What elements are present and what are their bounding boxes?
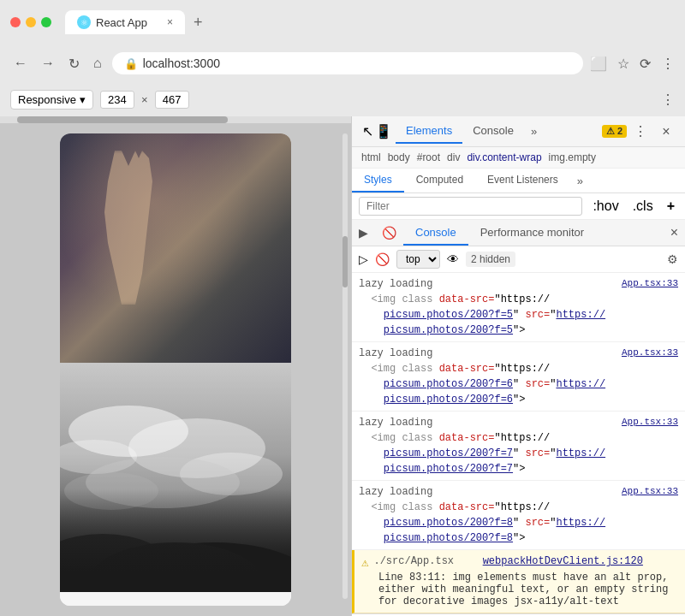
path-img-empty[interactable]: img.empty [546, 151, 599, 164]
src-url-full-4[interactable]: picsum.photos/200?f=8 [384, 532, 513, 544]
clear-icon[interactable]: 🚫 [375, 252, 390, 266]
run-icon[interactable]: ▷ [359, 252, 368, 266]
close-button[interactable] [10, 17, 21, 27]
prohibit-icon[interactable]: 🚫 [375, 221, 403, 245]
console-message-3: lazy loading <img class data-src="https:… [352, 412, 685, 481]
vertical-scrollbar[interactable] [342, 133, 348, 599]
execute-icon[interactable]: ▶ [352, 221, 375, 245]
img-close-3: " [513, 447, 525, 459]
minimize-button[interactable] [26, 17, 36, 27]
devtools-menu-icon[interactable]: ⋮ [661, 92, 675, 108]
title-bar: ⚛ React App × + [0, 0, 685, 44]
message-source-1[interactable]: App.tsx:33 [622, 276, 678, 338]
more-tabs-button[interactable]: » [524, 121, 544, 141]
img-close-2: " [513, 378, 525, 390]
active-tab[interactable]: ⚛ React App × [65, 10, 185, 34]
devtools-more-icon[interactable]: ⋮ [628, 120, 652, 144]
filter-input[interactable] [359, 197, 582, 216]
img-url-1 [359, 309, 384, 321]
path-root[interactable]: #root [414, 151, 443, 164]
src-url-2[interactable]: https:// [556, 378, 605, 390]
console-toolbar: ▷ 🚫 top 👁 2 hidden ⚙ [352, 246, 685, 273]
refresh-button[interactable]: ↻ [65, 52, 83, 75]
back-button[interactable]: ← [10, 52, 31, 74]
path-content-wrap[interactable]: div.content-wrap [464, 151, 544, 164]
settings-icon[interactable]: ⚙ [667, 252, 678, 266]
width-input[interactable] [100, 91, 134, 109]
img-url-link-2[interactable]: picsum.photos/200?f=6 [384, 378, 513, 390]
cursor-icon[interactable]: ↖ [362, 123, 373, 139]
address-field[interactable]: 🔒 localhost:3000 [112, 52, 583, 74]
context-select[interactable]: top [396, 250, 440, 269]
src-url-3[interactable]: https:// [556, 447, 605, 459]
tab-console[interactable]: Console [462, 119, 524, 144]
img-url-link-3[interactable]: picsum.photos/200?f=7 [384, 447, 513, 459]
message-content-3: lazy loading <img class data-src="https:… [359, 415, 615, 477]
add-style-button[interactable]: + [664, 197, 678, 216]
src-close-2: "> [513, 394, 525, 406]
more-icon[interactable]: ⋮ [661, 56, 675, 72]
devtools-close-icon[interactable]: × [654, 120, 678, 144]
src-attr-3: src= [525, 447, 550, 459]
path-body[interactable]: body [385, 151, 413, 164]
src-url-1[interactable]: https:// [556, 309, 605, 321]
cast-icon[interactable]: ⬜ [590, 56, 607, 72]
main-area: ↖ 📱 Elements Console » ⚠ 2 ⋮ × html body… [0, 116, 685, 616]
tab-event-listeners[interactable]: Event Listeners [475, 169, 570, 192]
responsive-dropdown[interactable]: Responsive ▾ [10, 90, 93, 110]
device-bottom-bar [60, 592, 291, 606]
tab-styles[interactable]: Styles [352, 169, 404, 192]
warning-header: ⚠ ./src/App.tsx webpackHotDevClient.js:1… [361, 555, 678, 570]
warning-source-link[interactable]: webpackHotDevClient.js:120 [483, 555, 643, 567]
preview-pane [0, 116, 351, 616]
hidden-count-badge[interactable]: 2 hidden [466, 252, 515, 267]
height-input[interactable] [155, 91, 189, 109]
console-messages: lazy loading <img class data-src="https:… [352, 273, 685, 616]
star-icon[interactable]: ☆ [617, 56, 629, 72]
hov-filter[interactable]: :hov [589, 197, 622, 216]
message-source-3[interactable]: App.tsx:33 [622, 415, 678, 477]
sub-tabs: Styles Computed Event Listeners » [352, 169, 685, 193]
device-icon[interactable]: 📱 [375, 123, 392, 139]
src-url-full-3[interactable]: picsum.photos/200?f=7 [384, 463, 513, 475]
account-icon[interactable]: ⟳ [640, 56, 651, 72]
console-close-icon[interactable]: × [664, 220, 685, 246]
img-url-link-4[interactable]: picsum.photos/200?f=8 [384, 517, 513, 529]
img-src-text-1: "https:// [494, 293, 550, 305]
tab-computed[interactable]: Computed [404, 169, 475, 192]
img-src-text-4: "https:// [494, 501, 550, 513]
vertical-scrollbar-thumb[interactable] [342, 236, 348, 287]
path-div[interactable]: div [444, 151, 462, 164]
src-url-4[interactable]: https:// [556, 517, 605, 529]
scrollbar-thumb[interactable] [17, 116, 228, 123]
console-message-2: lazy loading <img class data-src="https:… [352, 342, 685, 412]
maximize-button[interactable] [41, 17, 51, 27]
address-bar: ← → ↻ ⌂ 🔒 localhost:3000 ⬜ ☆ ⟳ ⋮ [0, 44, 685, 82]
image-1 [60, 133, 291, 363]
console-message-1: lazy loading <img class data-src="https:… [352, 273, 685, 342]
chevron-down-icon: ▾ [80, 93, 86, 106]
eye-icon[interactable]: 👁 [447, 252, 459, 266]
forward-button[interactable]: → [38, 52, 58, 74]
horizontal-scrollbar[interactable] [0, 116, 351, 123]
tab-elements[interactable]: Elements [396, 119, 462, 144]
tab-close-button[interactable]: × [167, 16, 173, 28]
cls-filter[interactable]: .cls [629, 197, 657, 216]
src-url-full-1[interactable]: picsum.photos/200?f=5 [384, 324, 513, 336]
home-button[interactable]: ⌂ [90, 52, 105, 74]
img-url-link-1[interactable]: picsum.photos/200?f=5 [384, 309, 513, 321]
sub-tab-more[interactable]: » [570, 171, 590, 191]
new-tab-button[interactable]: + [188, 14, 208, 32]
src-url-full-2[interactable]: picsum.photos/200?f=6 [384, 394, 513, 406]
console-tab[interactable]: Console [403, 221, 468, 246]
tab-favicon: ⚛ [77, 15, 91, 29]
message-source-4[interactable]: App.tsx:33 [622, 484, 678, 546]
console-message-4: lazy loading <img class data-src="https:… [352, 481, 685, 550]
message-source-2[interactable]: App.tsx:33 [622, 346, 678, 407]
lazy-label-3: lazy loading [359, 417, 432, 429]
performance-monitor-tab[interactable]: Performance monitor [468, 221, 596, 246]
path-html[interactable]: html [359, 151, 384, 164]
src-url-cont-1 [359, 324, 384, 336]
src-attr-2: src= [525, 378, 550, 390]
warning-text: Line 83:11: img elements must have an al… [361, 572, 678, 607]
